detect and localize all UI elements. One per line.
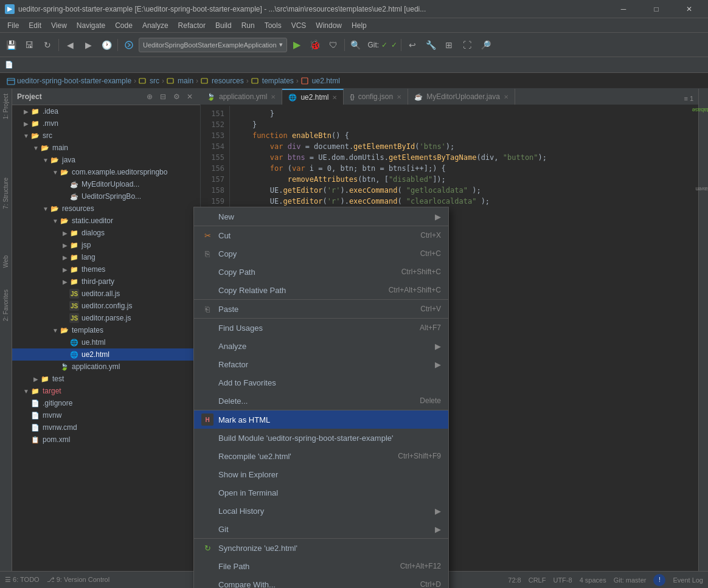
- tree-item-mvn[interactable]: ▶ 📁 .mvn: [12, 117, 200, 130]
- database-panel-label[interactable]: Database: [687, 105, 708, 115]
- tab-ue2-html[interactable]: 🌐 ue2.html ✕: [282, 89, 344, 105]
- todo-status[interactable]: ☰ 6: TODO: [5, 576, 40, 584]
- ctx-refactor[interactable]: Refactor ▶: [194, 355, 448, 373]
- tree-item-mvnw[interactable]: 📄 mvnw: [12, 409, 200, 421]
- tree-item-static-ueditor[interactable]: ▼ 📂 static.ueditor: [12, 215, 200, 227]
- encoding-status[interactable]: UTF-8: [553, 576, 572, 584]
- tree-item-dialogs[interactable]: ▶ 📁 dialogs: [12, 227, 200, 239]
- breadcrumb-main[interactable]: main: [167, 77, 193, 85]
- ctx-local-history[interactable]: Local History ▶: [194, 502, 448, 520]
- menu-code[interactable]: Code: [110, 20, 137, 31]
- breadcrumb-templates[interactable]: templates: [251, 77, 294, 85]
- tree-item-pom-xml[interactable]: 📋 pom.xml: [12, 434, 200, 446]
- breadcrumb-src[interactable]: src: [139, 77, 159, 85]
- breadcrumb-resources[interactable]: resources: [201, 77, 244, 85]
- tab-application-yml[interactable]: 🍃 application.yml ✕: [201, 89, 282, 105]
- tree-item-themes[interactable]: ▶ 📁 themes: [12, 263, 200, 275]
- tree-item-com-example[interactable]: ▼ 📂 com.example.ueditorspringbo: [12, 166, 200, 178]
- event-log-status[interactable]: Event Log: [673, 576, 703, 584]
- ctx-find-usages[interactable]: Find Usages Alt+F7: [194, 319, 448, 337]
- ctx-cut[interactable]: ✂ Cut Ctrl+X: [194, 226, 448, 244]
- tab-myeditor-java[interactable]: ☕ MyEditorUploader.java ✕: [408, 89, 515, 105]
- tree-item-ue2-html[interactable]: 🌐 ue2.html: [12, 348, 200, 361]
- ctx-synchronize[interactable]: ↻ Synchronize 'ue2.html': [194, 539, 448, 557]
- indent-status[interactable]: 4 spaces: [580, 576, 606, 584]
- coverage-button[interactable]: 🛡: [325, 36, 342, 54]
- forward-button[interactable]: ▶: [80, 36, 97, 54]
- ctx-mark-as-html[interactable]: H Mark as HTML: [194, 410, 448, 429]
- save-all-button[interactable]: 🖫: [21, 36, 38, 54]
- run-button[interactable]: ▶: [288, 36, 305, 54]
- tree-item-resources[interactable]: ▼ 📂 resources: [12, 202, 200, 215]
- tree-item-ueditor-spring[interactable]: ☕ UeditorSpringBo...: [12, 190, 200, 202]
- ctx-recompile[interactable]: Recompile 'ue2.html' Ctrl+Shift+F9: [194, 447, 448, 465]
- menu-navigate[interactable]: Navigate: [72, 20, 110, 31]
- tree-item-ue-html[interactable]: 🌐 ue.html: [12, 336, 200, 348]
- tab-list-button[interactable]: ≡ 1: [679, 92, 698, 105]
- tree-item-ueditor-config-js[interactable]: JS ueditor.config.js: [12, 300, 200, 312]
- ctx-add-to-favorites[interactable]: Add to Favorites: [194, 373, 448, 392]
- tree-item-test[interactable]: ▶ 📁 test: [12, 373, 200, 385]
- tree-item-idea[interactable]: ▶ 📁 .idea: [12, 105, 200, 117]
- git-status[interactable]: Git: master: [614, 576, 647, 584]
- ctx-copy-relative-path[interactable]: Copy Relative Path Ctrl+Alt+Shift+C: [194, 281, 448, 299]
- ctx-open-in-terminal[interactable]: Open in Terminal: [194, 483, 448, 502]
- ctx-copy-path[interactable]: Copy Path Ctrl+Shift+C: [194, 263, 448, 281]
- menu-refactor[interactable]: Refactor: [173, 20, 210, 31]
- notification-icon[interactable]: !: [653, 574, 665, 586]
- back-button[interactable]: ◀: [61, 36, 78, 54]
- tree-item-templates[interactable]: ▼ 📂 templates: [12, 324, 200, 336]
- ctx-file-path[interactable]: File Path Ctrl+Alt+F12: [194, 557, 448, 575]
- tree-item-jsp[interactable]: ▶ 📁 jsp: [12, 239, 200, 251]
- position-status[interactable]: 72:8: [508, 576, 521, 584]
- menu-analyze[interactable]: Analyze: [137, 20, 173, 31]
- tab-close-ue2[interactable]: ✕: [332, 94, 337, 101]
- undo-button[interactable]: ↩: [404, 36, 421, 54]
- breadcrumb-ue2[interactable]: ue2.html: [301, 77, 340, 85]
- fullscreen-button[interactable]: ⛶: [459, 36, 476, 54]
- find-button[interactable]: 🔍: [347, 36, 364, 54]
- menu-edit[interactable]: Edit: [24, 20, 46, 31]
- tree-item-ueditor-all-js[interactable]: JS ueditor.all.js: [12, 288, 200, 300]
- tree-item-main[interactable]: ▼ 📂 main: [12, 142, 200, 154]
- sync-button[interactable]: ↻: [39, 36, 56, 54]
- line-ending-status[interactable]: CRLF: [529, 576, 546, 584]
- ctx-build-module[interactable]: Build Module 'ueditor-spring-boot-starte…: [194, 429, 448, 447]
- maven-panel-label[interactable]: Maven: [690, 184, 708, 193]
- menu-tools[interactable]: Tools: [260, 20, 286, 31]
- run-config-selector[interactable]: UeditorSpringBootStarterExampleApplicati…: [139, 38, 287, 52]
- close-button[interactable]: ✕: [675, 0, 703, 18]
- ctx-delete[interactable]: Delete... Delete: [194, 392, 448, 410]
- tab-close-json[interactable]: ✕: [397, 94, 401, 100]
- recent-files-button[interactable]: 🕐: [98, 36, 115, 54]
- menu-run[interactable]: Run: [237, 20, 260, 31]
- menu-file[interactable]: File: [2, 20, 24, 31]
- structure-panel-label[interactable]: 7: Structure: [1, 173, 10, 214]
- project-panel-label[interactable]: 1: Project: [1, 89, 10, 124]
- tree-item-gitignore[interactable]: 📄 .gitignore: [12, 397, 200, 409]
- ctx-paste[interactable]: ⎗ Paste Ctrl+V: [194, 300, 448, 318]
- debug-button[interactable]: 🐞: [307, 36, 324, 54]
- tab-close-java[interactable]: ✕: [504, 94, 508, 100]
- menu-view[interactable]: View: [46, 20, 72, 31]
- sidebar-collapse-button[interactable]: ⊟: [158, 91, 168, 102]
- settings-button[interactable]: 🔧: [422, 36, 439, 54]
- ctx-git[interactable]: Git ▶: [194, 520, 448, 538]
- save-button[interactable]: 💾: [2, 36, 19, 54]
- sidebar-settings-button[interactable]: ⚙: [171, 91, 182, 102]
- minimize-button[interactable]: ─: [609, 0, 637, 18]
- ctx-show-in-explorer[interactable]: Show in Explorer: [194, 465, 448, 483]
- tree-item-ueditor-parse-js[interactable]: JS ueditor.parse.js: [12, 312, 200, 324]
- sidebar-add-button[interactable]: ⊕: [144, 91, 155, 102]
- tree-item-myeditor[interactable]: ☕ MyEditorUpload...: [12, 178, 200, 190]
- breadcrumb-project[interactable]: ueditor-spring-boot-starter-example: [17, 77, 131, 85]
- ctx-compare-with[interactable]: Compare With... Ctrl+D: [194, 575, 448, 588]
- tree-item-mvnw-cmd[interactable]: 📄 mvnw.cmd: [12, 421, 200, 434]
- tab-config-json[interactable]: {} config.json ✕: [344, 89, 408, 105]
- menu-build[interactable]: Build: [210, 20, 237, 31]
- menu-help[interactable]: Help: [347, 20, 372, 31]
- favorites-panel-label[interactable]: 2: Favorites: [1, 285, 10, 326]
- menu-vcs[interactable]: VCS: [286, 20, 311, 31]
- new-scratch-button[interactable]: 📄: [2, 60, 16, 70]
- ctx-copy[interactable]: ⎘ Copy Ctrl+C: [194, 244, 448, 263]
